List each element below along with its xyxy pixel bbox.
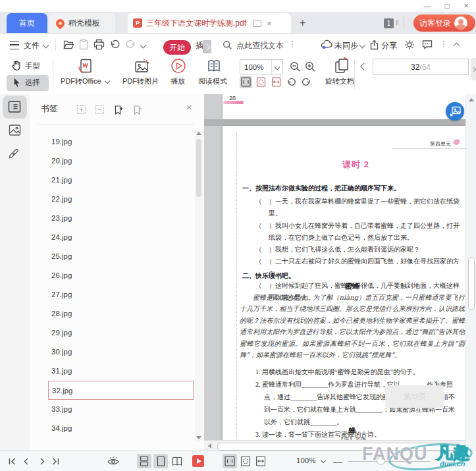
scroll-up-icon[interactable] bbox=[196, 132, 201, 135]
settings-gear-icon[interactable] bbox=[404, 40, 415, 50]
bookmark-item[interactable]: 24.jpg bbox=[48, 228, 194, 247]
bookmark-item[interactable]: 34.jpg bbox=[48, 419, 194, 438]
cloud-sync-icon[interactable] bbox=[321, 40, 332, 49]
bookmark-item[interactable]: 28.jpg bbox=[48, 304, 194, 323]
tab-home[interactable]: 首页 bbox=[7, 13, 47, 33]
bookmark-item[interactable]: 33.jpg bbox=[48, 400, 194, 419]
toolbar-more-icon[interactable]: ⋮ bbox=[440, 40, 448, 49]
quickbar-chevron-down-icon[interactable] bbox=[140, 42, 147, 49]
pdf-to-image-label[interactable]: PDF转图片 bbox=[122, 76, 159, 86]
undo-icon[interactable] bbox=[110, 40, 120, 49]
tab-close-icon[interactable]: × bbox=[267, 18, 272, 28]
window-list-icon[interactable]: ‖ bbox=[396, 18, 399, 26]
main-menu-icon[interactable] bbox=[10, 42, 19, 49]
play-tool-label[interactable]: 播放 bbox=[171, 76, 185, 86]
zoom-slider-handle[interactable] bbox=[377, 457, 385, 465]
login-button[interactable]: 访客登录 bbox=[413, 14, 475, 32]
feedback-comment-icon[interactable] bbox=[422, 40, 433, 49]
share-icon[interactable] bbox=[369, 40, 379, 50]
previous-page-button[interactable] bbox=[22, 457, 29, 466]
zoom-select-chevron-icon[interactable] bbox=[271, 60, 282, 74]
hand-tool-icon[interactable] bbox=[11, 59, 22, 72]
paste-icon[interactable] bbox=[79, 39, 88, 50]
play-tool-icon[interactable] bbox=[171, 58, 186, 74]
tab-preview-icon[interactable] bbox=[253, 20, 261, 27]
delete-bookmark-icon[interactable] bbox=[132, 105, 142, 115]
rotate-left-icon[interactable] bbox=[285, 76, 298, 88]
window-count-badge[interactable]: 1 bbox=[384, 18, 394, 28]
tab-docer[interactable]: 稻壳模板 bbox=[49, 13, 115, 33]
print-icon[interactable] bbox=[93, 39, 105, 50]
expand-all-icon[interactable] bbox=[76, 105, 86, 115]
document-canvas[interactable]: 28 第四单元 课时 2 一、按照法布尔做实验的过程，把正确的顺序写下来。 （ … bbox=[204, 94, 465, 451]
bookmark-item[interactable]: 25.jpg bbox=[48, 247, 194, 266]
search-more-icon[interactable]: ⋮ bbox=[288, 40, 297, 49]
bookmark-item[interactable]: 23.jpg bbox=[48, 209, 194, 228]
pdf-to-office-chevron-icon[interactable] bbox=[105, 78, 110, 84]
zoom-slider-minus[interactable]: — bbox=[333, 457, 342, 467]
hand-tool-label[interactable]: 手型 bbox=[25, 61, 40, 71]
next-page-button[interactable] bbox=[40, 457, 46, 466]
bookmarks-panel-icon[interactable] bbox=[7, 99, 22, 114]
fit-width-button[interactable] bbox=[270, 76, 282, 88]
scroll-left-icon[interactable] bbox=[208, 443, 211, 449]
scroll-down-icon[interactable] bbox=[196, 436, 201, 439]
horizontal-scrollbar[interactable] bbox=[204, 440, 465, 451]
open-file-icon[interactable] bbox=[63, 40, 74, 50]
new-tab-button[interactable]: + bbox=[300, 17, 305, 29]
start-ribbon-tab[interactable]: 开始 bbox=[163, 40, 191, 55]
add-bookmark-icon[interactable] bbox=[113, 105, 124, 115]
horizontal-scrollbar-thumb[interactable] bbox=[217, 443, 460, 451]
zoom-out-icon[interactable] bbox=[290, 61, 301, 72]
file-menu[interactable]: 文件 bbox=[24, 40, 40, 51]
scrollbar-thumb[interactable] bbox=[196, 139, 201, 197]
previous-page-chevron-icon[interactable] bbox=[360, 63, 367, 70]
panel-close-icon[interactable]: × bbox=[186, 101, 192, 113]
bookmark-list-scrollbar[interactable] bbox=[195, 130, 203, 441]
search-input[interactable]: 点此查找文本 bbox=[236, 40, 284, 51]
bookmark-item[interactable]: 21.jpg bbox=[48, 171, 194, 190]
bookmark-item-selected[interactable]: 32.jpg bbox=[48, 381, 194, 400]
fit-width-status-button[interactable] bbox=[253, 454, 268, 468]
redo-icon[interactable] bbox=[125, 40, 136, 49]
expand-right-panel-button[interactable] bbox=[471, 58, 476, 80]
vertical-scrollbar-thumb[interactable] bbox=[468, 257, 475, 310]
bookmark-item[interactable]: 20.jpg bbox=[48, 152, 194, 171]
bookmark-item[interactable]: 19.jpg bbox=[48, 132, 194, 152]
search-icon[interactable] bbox=[223, 40, 232, 50]
zoom-select[interactable]: 100% bbox=[240, 59, 283, 74]
thumbnails-panel-icon[interactable] bbox=[8, 123, 22, 137]
collapse-ribbon-icon[interactable] bbox=[454, 43, 460, 49]
rotate-right-icon[interactable] bbox=[300, 76, 313, 88]
slideshow-play-button[interactable] bbox=[192, 455, 204, 467]
pdf-to-image-icon[interactable] bbox=[134, 58, 151, 75]
rotate-document-label[interactable]: 旋转文档 bbox=[325, 76, 354, 86]
status-zoom-value[interactable]: 100% bbox=[296, 457, 315, 464]
single-page-mode-button[interactable] bbox=[153, 454, 168, 468]
select-tool-icon[interactable] bbox=[12, 77, 22, 88]
scroll-up-icon[interactable] bbox=[469, 98, 474, 101]
page-number-input[interactable]: 32 /64 bbox=[373, 59, 469, 75]
two-page-mode-button[interactable] bbox=[170, 454, 184, 468]
bookmark-item[interactable]: 35.jpg bbox=[48, 438, 194, 441]
fit-page-status-button[interactable] bbox=[238, 454, 253, 468]
read-mode-label[interactable]: 阅读模式 bbox=[198, 76, 227, 86]
file-menu-chevron-down-icon[interactable] bbox=[43, 42, 49, 49]
extract-image-float-button[interactable] bbox=[446, 102, 464, 121]
sync-chevron-down-icon[interactable] bbox=[359, 42, 366, 49]
bookmark-item[interactable]: 27.jpg bbox=[48, 285, 194, 304]
select-tool-label[interactable]: 选择 bbox=[25, 78, 40, 88]
maximize-icon[interactable]: □ bbox=[442, 1, 452, 11]
zoom-slider-track[interactable] bbox=[348, 461, 431, 462]
zoom-in-icon[interactable] bbox=[305, 61, 316, 72]
tab-document[interactable]: P 三年级下语文课时学练测.pdf × bbox=[128, 13, 291, 33]
vertical-scrollbar[interactable] bbox=[465, 94, 476, 451]
first-page-button[interactable] bbox=[8, 457, 16, 466]
collapse-all-icon[interactable] bbox=[95, 105, 105, 115]
rotate-document-icon[interactable] bbox=[333, 57, 350, 75]
share-label[interactable]: 分享 bbox=[381, 40, 397, 51]
bookmark-item[interactable]: 31.jpg bbox=[48, 362, 194, 381]
last-page-button[interactable] bbox=[51, 457, 60, 466]
eye-protection-icon[interactable] bbox=[107, 456, 120, 467]
bookmark-item[interactable]: 29.jpg bbox=[48, 323, 194, 343]
